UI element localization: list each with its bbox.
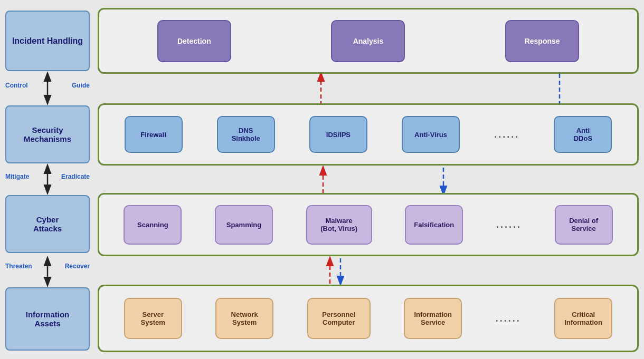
ids-ips-node: IDS/IPS [309,116,367,153]
assets-dots: ...... [496,313,521,324]
incident-row-band: Detection Analysis Response [98,8,639,74]
server-system-node: ServerSystem [124,298,182,339]
incident-handling-box: Incident Handling [5,11,90,71]
response-node: Response [505,20,579,62]
information-service-node: InformationService [404,298,462,339]
cyber-dots: ...... [496,219,522,230]
mitigate-eradicate-label: Mitigate Eradicate [5,173,90,180]
denial-of-service-node: Denial ofService [555,205,613,245]
spamming-node: Spamming [215,205,273,245]
security-mechanisms-box: SecurityMechanisms [5,105,90,163]
anti-ddos-node: AntiDDoS [554,116,612,153]
network-system-node: NetworkSystem [215,298,273,339]
control-guide-label: Control Guide [5,82,90,89]
scanning-node: Scanning [124,205,182,245]
mitigate-label: Mitigate [5,173,29,180]
antivirus-node: Anti-Virus [402,116,460,153]
threaten-label: Threaten [5,263,32,270]
cyber-row-band: Scanning Spamming Malware(Bot, Virus) Fa… [98,193,639,256]
threaten-recover-label: Threaten Recover [5,263,90,270]
analysis-node: Analysis [331,20,405,62]
malware-node: Malware(Bot, Virus) [306,205,372,245]
firewall-node: Firewall [125,116,183,153]
personnel-computer-node: PersonnelComputer [307,298,371,339]
information-assets-box: InformationAssets [5,287,90,351]
security-dots: ...... [494,129,519,140]
critical-information-node: CriticalInformation [554,298,612,339]
guide-label: Guide [72,82,90,89]
security-row-band: Firewall DNSSinkhole IDS/IPS Anti-Virus … [98,103,639,166]
detection-node: Detection [157,20,231,62]
diagram-container: Incident Handling Detection Analysis Res… [0,0,644,359]
falsification-node: Falsification [405,205,463,245]
assets-row-band: ServerSystem NetworkSystem PersonnelComp… [98,285,639,352]
control-label: Control [5,82,28,89]
cyber-attacks-box: CyberAttacks [5,195,90,253]
recover-label: Recover [65,263,90,270]
dns-sinkhole-node: DNSSinkhole [217,116,275,153]
eradicate-label: Eradicate [61,173,90,180]
